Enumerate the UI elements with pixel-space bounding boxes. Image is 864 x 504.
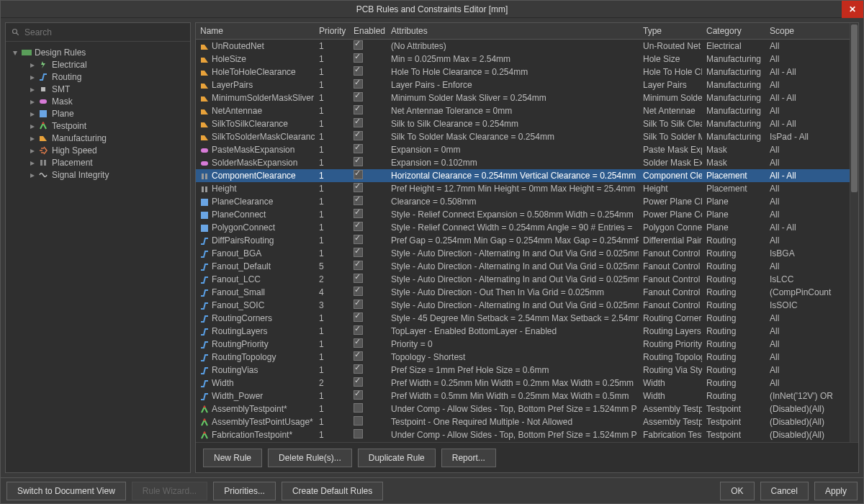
collapse-icon[interactable]: ▾ bbox=[12, 48, 19, 58]
enabled-checkbox[interactable] bbox=[354, 144, 363, 153]
rule-row[interactable]: PlaneClearance1Clearance = 0.508mmPower … bbox=[196, 195, 850, 208]
rule-row[interactable]: RoutingVias1Pref Size = 1mm Pref Hole Si… bbox=[196, 364, 850, 377]
rule-row[interactable]: HoleSize1Min = 0.025mm Max = 2.54mmHole … bbox=[196, 53, 850, 66]
cell-enabled[interactable] bbox=[349, 325, 387, 338]
new-rule-button[interactable]: New Rule bbox=[203, 449, 262, 467]
expand-icon[interactable]: ▸ bbox=[29, 84, 36, 94]
search-box[interactable] bbox=[6, 23, 190, 42]
enabled-checkbox[interactable] bbox=[354, 53, 363, 63]
tree-item-smt[interactable]: ▸SMT bbox=[9, 83, 187, 95]
cell-enabled[interactable] bbox=[349, 273, 387, 286]
expand-icon[interactable]: ▸ bbox=[29, 170, 36, 180]
rule-row[interactable]: FabricationTestpoint*1Under Comp - Allow… bbox=[196, 428, 850, 441]
enabled-checkbox[interactable] bbox=[354, 429, 363, 438]
enabled-checkbox[interactable] bbox=[354, 338, 363, 348]
cell-enabled[interactable] bbox=[349, 53, 387, 66]
enabled-checkbox[interactable] bbox=[354, 287, 363, 296]
cell-enabled[interactable] bbox=[349, 130, 387, 143]
rule-row[interactable]: Fanout_Small4Style - Auto Direction - Ou… bbox=[196, 286, 850, 299]
tree-item-high-speed[interactable]: ▸High Speed bbox=[9, 144, 187, 156]
enabled-checkbox[interactable] bbox=[354, 312, 363, 322]
create-default-rules-button[interactable]: Create Default Rules bbox=[282, 482, 383, 500]
tree-item-routing[interactable]: ▸Routing bbox=[9, 71, 187, 83]
enabled-checkbox[interactable] bbox=[354, 222, 363, 231]
tree-item-placement[interactable]: ▸Placement bbox=[9, 156, 187, 168]
column-header-enabled[interactable]: Enabled bbox=[349, 23, 387, 40]
rule-row[interactable]: RoutingLayers1TopLayer - Enabled BottomL… bbox=[196, 325, 850, 338]
rule-row[interactable]: SilkToSolderMaskClearance1Silk To Solder… bbox=[196, 130, 850, 143]
ok-button[interactable]: OK bbox=[720, 482, 754, 500]
enabled-checkbox[interactable] bbox=[354, 364, 363, 374]
enabled-checkbox[interactable] bbox=[354, 118, 363, 127]
cell-enabled[interactable] bbox=[349, 156, 387, 169]
enabled-checkbox[interactable] bbox=[354, 351, 363, 361]
rule-row[interactable]: Fanout_LCC2Style - Auto Direction - Alte… bbox=[196, 273, 850, 286]
rule-row[interactable]: MinimumSolderMaskSliver1Minimum Solder M… bbox=[196, 91, 850, 104]
rule-row[interactable]: HoleToHoleClearance1Hole To Hole Clearan… bbox=[196, 66, 850, 78]
cell-enabled[interactable] bbox=[349, 402, 387, 415]
rule-row[interactable]: AssemblyTestpoint*1Under Comp - Allow Si… bbox=[196, 402, 850, 415]
tree-item-testpoint[interactable]: ▸Testpoint bbox=[9, 120, 187, 132]
enabled-checkbox[interactable] bbox=[354, 196, 363, 205]
rule-row[interactable]: SolderMaskExpansion1Expansion = 0.102mmS… bbox=[196, 156, 850, 169]
enabled-checkbox[interactable] bbox=[354, 274, 363, 283]
rule-row[interactable]: LayerPairs1Layer Pairs - EnforceLayer Pa… bbox=[196, 78, 850, 91]
column-header-type[interactable]: Type bbox=[639, 23, 702, 40]
cell-enabled[interactable] bbox=[349, 338, 387, 351]
enabled-checkbox[interactable] bbox=[354, 40, 363, 50]
rule-row[interactable]: PlaneConnect1Style - Relief Connect Expa… bbox=[196, 208, 850, 221]
expand-icon[interactable]: ▸ bbox=[29, 96, 36, 107]
rule-row[interactable]: AssemblyTestPointUsage*1Testpoint - One … bbox=[196, 415, 850, 428]
report-button[interactable]: Report... bbox=[441, 449, 496, 467]
enabled-checkbox[interactable] bbox=[354, 105, 363, 114]
rule-row[interactable]: SilkToSilkClearance1Silk to Silk Clearan… bbox=[196, 117, 850, 130]
enabled-checkbox[interactable] bbox=[354, 66, 363, 76]
tree-item-plane[interactable]: ▸Plane bbox=[9, 107, 187, 120]
apply-button[interactable]: Apply bbox=[814, 482, 858, 500]
column-header-attributes[interactable]: Attributes bbox=[387, 23, 639, 40]
tree-item-manufacturing[interactable]: ▸Manufacturing bbox=[9, 132, 187, 144]
cell-enabled[interactable] bbox=[349, 286, 387, 299]
cell-enabled[interactable] bbox=[349, 390, 387, 402]
cell-enabled[interactable] bbox=[349, 351, 387, 364]
expand-icon[interactable]: ▸ bbox=[29, 158, 36, 168]
expand-icon[interactable]: ▸ bbox=[29, 60, 36, 70]
rule-row[interactable]: RoutingPriority1Priority = 0Routing Prio… bbox=[196, 338, 850, 351]
enabled-checkbox[interactable] bbox=[354, 377, 363, 387]
enabled-checkbox[interactable] bbox=[354, 300, 363, 309]
rule-row[interactable]: PasteMaskExpansion1Expansion = 0mmPaste … bbox=[196, 143, 850, 156]
rule-row[interactable]: NetAntennae1Net Antennae Tolerance = 0mm… bbox=[196, 104, 850, 117]
column-header-priority[interactable]: Priority bbox=[315, 23, 349, 40]
rule-row[interactable]: DiffPairsRouting1Pref Gap = 0.254mm Min … bbox=[196, 234, 850, 247]
enabled-checkbox[interactable] bbox=[354, 248, 363, 257]
tree-item-electrical[interactable]: ▸Electrical bbox=[9, 58, 187, 71]
enabled-checkbox[interactable] bbox=[354, 157, 363, 166]
grid-scrollbar[interactable] bbox=[850, 23, 858, 442]
enabled-checkbox[interactable] bbox=[354, 390, 363, 400]
cell-enabled[interactable] bbox=[349, 312, 387, 325]
cell-enabled[interactable] bbox=[349, 364, 387, 377]
rule-row[interactable]: RoutingCorners1Style - 45 Degree Min Set… bbox=[196, 312, 850, 325]
cell-enabled[interactable] bbox=[349, 169, 387, 182]
cell-enabled[interactable] bbox=[349, 234, 387, 247]
cell-enabled[interactable] bbox=[349, 195, 387, 208]
expand-icon[interactable]: ▸ bbox=[29, 109, 36, 119]
cell-enabled[interactable] bbox=[349, 66, 387, 78]
tree-item-mask[interactable]: ▸Mask bbox=[9, 95, 187, 107]
rule-row[interactable]: PolygonConnect1Style - Relief Connect Wi… bbox=[196, 221, 850, 234]
rule-row[interactable]: Width2Pref Width = 0.25mm Min Width = 0.… bbox=[196, 377, 850, 390]
enabled-checkbox[interactable] bbox=[354, 209, 363, 218]
cell-enabled[interactable] bbox=[349, 377, 387, 390]
column-header-category[interactable]: Category bbox=[702, 23, 765, 40]
scrollbar-thumb[interactable] bbox=[851, 24, 858, 192]
cell-enabled[interactable] bbox=[349, 247, 387, 260]
search-input[interactable] bbox=[24, 27, 184, 37]
enabled-checkbox[interactable] bbox=[354, 325, 363, 335]
cell-enabled[interactable] bbox=[349, 415, 387, 428]
rule-row[interactable]: Fanout_Default5Style - Auto Direction - … bbox=[196, 260, 850, 273]
rule-row[interactable]: Fanout_BGA1Style - Auto Direction - Alte… bbox=[196, 247, 850, 260]
enabled-checkbox[interactable] bbox=[354, 92, 363, 102]
cell-enabled[interactable] bbox=[349, 221, 387, 234]
cell-enabled[interactable] bbox=[349, 104, 387, 117]
rule-row[interactable]: Width_Power1Pref Width = 0.5mm Min Width… bbox=[196, 390, 850, 402]
